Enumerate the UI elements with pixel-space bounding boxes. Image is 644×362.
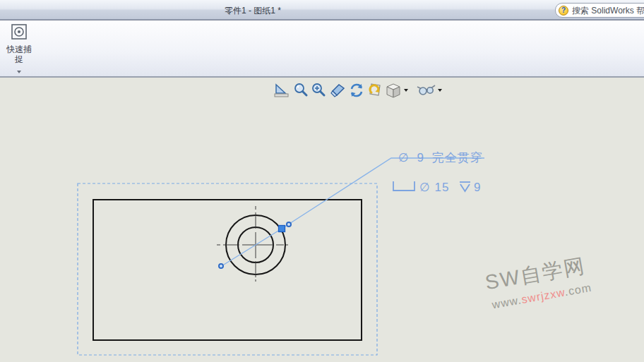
centerline-marks[interactable]	[217, 206, 288, 282]
quick-snaps-icon	[10, 23, 28, 44]
part-outline-rect[interactable]	[93, 200, 362, 340]
drawing-sheet	[0, 78, 644, 362]
help-search-box[interactable]: ?	[555, 3, 644, 18]
search-input[interactable]	[572, 6, 644, 16]
drawing-view-border[interactable]	[78, 183, 377, 355]
title-bar: 零件1 - 图纸1 * ?	[0, 0, 644, 20]
callout-leader-line[interactable]	[224, 158, 484, 265]
ribbon-toolbar: 快速捕捉	[0, 20, 644, 78]
counterbore-symbol-icon	[393, 181, 415, 191]
leader-startpoint-dot[interactable]	[219, 264, 223, 268]
leader-endpoint-dot[interactable]	[287, 222, 291, 227]
help-question-icon: ?	[559, 6, 568, 16]
quick-snaps-button[interactable]: 快速捕捉	[2, 23, 36, 75]
leader-attach-handle[interactable]	[279, 226, 285, 232]
window-title: 零件1 - 图纸1 *	[225, 5, 281, 17]
hole-callout-counterbore-diameter[interactable]: ∅ 15	[419, 181, 449, 195]
hole-callout-counterbore-depth[interactable]: 9	[474, 181, 480, 195]
depth-symbol-icon	[460, 182, 470, 191]
drawing-canvas[interactable]: ∅ 9 完全贯穿 ∅ 15 9 SW自学网 www.swrjzxw.com	[0, 78, 644, 362]
quick-snaps-label: 快速捕捉	[4, 44, 34, 64]
hole-callout-line1[interactable]: ∅ 9 完全贯穿	[398, 151, 483, 165]
chevron-down-icon[interactable]	[17, 71, 21, 73]
